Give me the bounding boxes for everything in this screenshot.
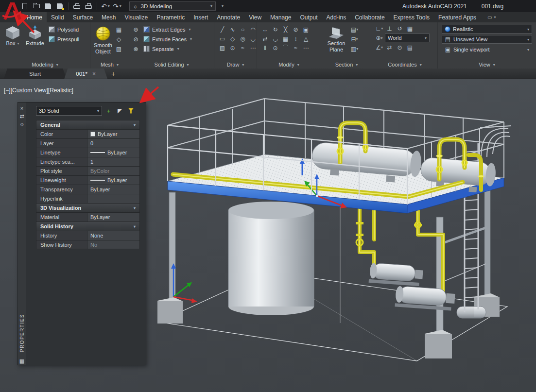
circle-icon[interactable]: ○ [238, 25, 247, 34]
tab-view[interactable]: View [244, 12, 266, 22]
pickadd-toggle-icon[interactable]: ＋ [104, 106, 113, 115]
select-objects-icon[interactable]: ◤ [115, 106, 124, 115]
ucs-object-icon[interactable]: ⊙ [395, 43, 404, 51]
show-history-value[interactable]: No [87, 240, 139, 249]
array-icon[interactable]: ▦ [281, 34, 290, 43]
section-general[interactable]: General▾ [36, 120, 140, 129]
ucs-previous-icon[interactable]: ↺ [395, 24, 404, 33]
ellipse-icon[interactable]: ◎ [238, 34, 247, 43]
ucs-world-icon[interactable]: ⊕▾ [375, 34, 384, 42]
batch-plot-icon[interactable] [83, 1, 94, 11]
erase-icon[interactable]: ⊘ [291, 25, 300, 34]
section-solid-history[interactable]: Solid History▾ [36, 222, 140, 231]
palette-autohide-icon[interactable]: ⇄ [19, 112, 24, 120]
tab-parametric[interactable]: Parametric [152, 12, 189, 22]
autocad-logo[interactable] [2, 0, 21, 22]
point-icon[interactable]: ⊙ [228, 44, 237, 52]
tab-annotate[interactable]: Annotate [212, 12, 244, 22]
viewport-config-dropdown[interactable]: ▣ Single viewport▾ [442, 45, 532, 54]
tab-visualize[interactable]: Visualize [120, 12, 152, 22]
palette-settings-icon[interactable]: ☼ [19, 120, 24, 128]
object-type-dropdown[interactable]: 3D Solid ▾ [36, 106, 102, 116]
linetype-value[interactable]: ByLayer [87, 148, 139, 157]
tab-insert[interactable]: Insert [189, 12, 212, 22]
panel-label-solid-editing[interactable]: Solid Editing▾ [129, 61, 214, 68]
extrude-button[interactable]: Extrude [24, 23, 46, 60]
generate-section-icon[interactable]: ⊟▾ [350, 35, 359, 43]
named-view-dropdown[interactable]: ▤ Unsaved View▾ [442, 35, 532, 44]
tab-surface[interactable]: Surface [69, 12, 97, 22]
rectangle-icon[interactable]: ▭ [218, 34, 227, 43]
tab-featured-apps[interactable]: Featured Apps [434, 12, 481, 22]
polyline-icon[interactable]: ∿ [228, 25, 237, 34]
presspull-button[interactable]: Presspull [47, 35, 81, 43]
palette-grid-icon[interactable]: ▦ [19, 357, 24, 365]
polygon-icon[interactable]: ◇ [228, 34, 237, 43]
scale-icon[interactable]: △ [301, 34, 311, 43]
tab-solid[interactable]: Solid [47, 12, 69, 22]
lineweight-value[interactable]: ByLayer [87, 176, 139, 185]
join-icon[interactable]: ⌒ [281, 44, 290, 52]
history-value[interactable]: None [87, 231, 139, 240]
move-icon[interactable]: ↔ [260, 25, 270, 34]
plot-icon[interactable] [71, 1, 82, 11]
panel-label-section[interactable]: Section▾ [321, 61, 372, 68]
hyperlink-value[interactable] [87, 194, 139, 203]
separate-button[interactable]: Separate▾ [142, 45, 193, 53]
file-tab-start[interactable]: Start [4, 68, 66, 79]
panel-label-view[interactable]: View▾ [438, 61, 536, 68]
new-drawing-tab-icon[interactable]: + [111, 70, 115, 78]
layer-value[interactable]: 0 [87, 139, 139, 148]
tab-collaborate[interactable]: Collaborate [350, 12, 389, 22]
undo-icon[interactable]: ↶▾ [100, 1, 111, 11]
file-tab-doc[interactable]: 001* × [64, 68, 107, 79]
tab-output[interactable]: Output [295, 12, 322, 22]
section-settings-icon[interactable]: ▥▾ [350, 45, 359, 53]
fillet-arc-icon[interactable]: ◡ [248, 34, 258, 43]
panel-label-draw[interactable]: Draw▾ [214, 61, 257, 68]
live-section-icon[interactable]: ▤▾ [350, 25, 359, 34]
hatch-icon[interactable]: ▨ [218, 44, 227, 52]
mesh-refine-icon[interactable]: ▦ [114, 25, 123, 34]
material-value[interactable]: ByLayer [87, 213, 139, 222]
save-icon[interactable] [43, 1, 53, 11]
ucs-named-icon[interactable]: ▦ [405, 24, 415, 33]
intersect-icon[interactable]: ⊗ [131, 45, 140, 53]
tab-mesh[interactable]: Mesh [97, 12, 120, 22]
extract-edges-button[interactable]: Extract Edges▾ [142, 25, 193, 34]
redo-icon[interactable]: ↷▾ [112, 1, 122, 11]
open-file-icon[interactable] [31, 1, 42, 11]
quick-select-icon[interactable] [126, 106, 136, 115]
draw-more-icon[interactable]: ⋯ [248, 44, 258, 52]
arc-icon[interactable]: ◠ [248, 25, 258, 34]
extrude-faces-button[interactable]: Extrude Faces▾ [142, 35, 193, 43]
tab-manage[interactable]: Manage [266, 12, 295, 22]
ucs-icon[interactable]: ∟▾ [375, 24, 384, 33]
transparency-value[interactable]: ByLayer [87, 185, 139, 194]
tab-add-ins[interactable]: Add-ins [322, 12, 351, 22]
modify-more-icon[interactable]: ⋯ [301, 44, 311, 52]
section-3d-visualization[interactable]: 3D Visualization▾ [36, 203, 140, 212]
front-left-column[interactable] [157, 192, 183, 324]
panel-label-mesh[interactable]: Mesh▾ [90, 61, 129, 68]
ribbon-display-toggle[interactable]: ▭▾ [487, 12, 496, 22]
section-plane-button[interactable]: Section Plane [323, 23, 350, 60]
break-icon[interactable]: ≈ [291, 44, 300, 52]
polysolid-button[interactable]: Polysolid [47, 25, 81, 34]
ucs-view-icon[interactable]: ▤ [405, 43, 415, 51]
subtract-icon[interactable]: ⊘ [131, 35, 140, 43]
ucs-dropdown[interactable]: World▾ [385, 34, 430, 42]
box-button[interactable]: Box▾ [1, 23, 24, 60]
offset-icon[interactable]: ‖ [260, 44, 270, 52]
tab-express-tools[interactable]: Express Tools [389, 12, 434, 22]
line-icon[interactable]: ╱ [218, 25, 227, 34]
3d-model-drawing[interactable] [146, 79, 536, 392]
palette-close-icon[interactable]: × [20, 104, 23, 112]
front-right-column[interactable] [425, 217, 452, 358]
rotate-icon[interactable]: ↻ [271, 25, 280, 34]
color-value[interactable]: ByLayer [87, 130, 139, 138]
tab-home[interactable]: Home [22, 12, 47, 22]
smooth-object-button[interactable]: Smooth Object [92, 23, 114, 60]
ucs-3point-icon[interactable]: ⇄ [385, 43, 394, 51]
vertical-tank[interactable] [228, 202, 314, 315]
